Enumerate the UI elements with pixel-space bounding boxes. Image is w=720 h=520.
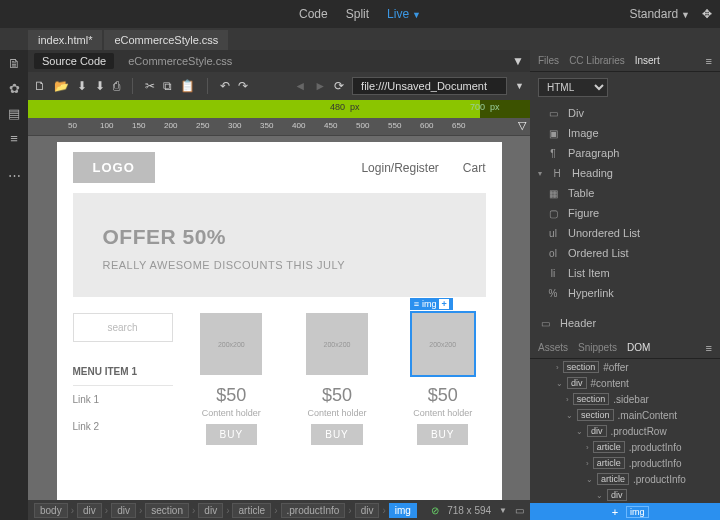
- cut-icon[interactable]: ✂: [145, 79, 155, 93]
- expand-icon[interactable]: ⌄: [556, 379, 563, 388]
- panel-menu-icon[interactable]: ≡: [706, 55, 712, 67]
- expand-icon[interactable]: ›: [586, 459, 589, 468]
- design-canvas[interactable]: LOGO Login/Register Cart OFFER 50% REALL…: [57, 142, 502, 500]
- tab-files[interactable]: Files: [538, 55, 559, 66]
- device-preview-icon[interactable]: ▭: [515, 505, 524, 516]
- crumb[interactable]: body: [34, 503, 68, 518]
- file-icon[interactable]: 🗎: [8, 56, 21, 71]
- insert-item[interactable]: ¶Paragraph: [530, 143, 720, 163]
- expand-icon[interactable]: ⌄: [576, 427, 583, 436]
- insert-type-icon: ol: [546, 248, 560, 259]
- tab-css[interactable]: eCommerceStyle.css: [104, 30, 228, 50]
- dom-node[interactable]: ⌄div: [530, 487, 720, 503]
- tab-cclibraries[interactable]: CC Libraries: [569, 55, 625, 66]
- css-designer-icon[interactable]: ✿: [9, 81, 20, 96]
- expand-icon[interactable]: ⌄: [586, 475, 593, 484]
- workspace-switcher[interactable]: Standard▼: [629, 7, 690, 21]
- insert-item-label: Hyperlink: [568, 287, 614, 299]
- tab-dom[interactable]: DOM: [627, 342, 650, 353]
- buy-button[interactable]: BUY: [417, 424, 469, 445]
- view-split[interactable]: Split: [346, 7, 369, 21]
- copy-icon[interactable]: ⧉: [163, 79, 172, 93]
- element-selector-badge[interactable]: ≡ img +: [410, 298, 453, 310]
- expand-icon[interactable]: ›: [586, 443, 589, 452]
- source-code-button[interactable]: Source Code: [34, 53, 114, 69]
- insert-item[interactable]: ulUnordered List: [530, 223, 720, 243]
- tab-insert[interactable]: Insert: [635, 55, 660, 66]
- dom-node[interactable]: ⌄article.productInfo: [530, 471, 720, 487]
- search-input[interactable]: search: [73, 313, 173, 342]
- dom-node[interactable]: ⌄div#content: [530, 375, 720, 391]
- cart-link[interactable]: Cart: [463, 161, 486, 175]
- quick-insert-icon[interactable]: +: [439, 299, 448, 309]
- crumb[interactable]: div: [77, 503, 102, 518]
- dom-node[interactable]: +img: [530, 503, 720, 520]
- redo-icon[interactable]: ↷: [238, 79, 248, 93]
- tab-snippets[interactable]: Snippets: [578, 342, 617, 353]
- breakpoint-bar[interactable]: 480px 700px: [28, 100, 530, 118]
- insert-item[interactable]: ▾HHeading: [530, 163, 720, 183]
- view-code[interactable]: Code: [299, 7, 328, 21]
- view-live[interactable]: Live▼: [387, 7, 421, 21]
- crumb[interactable]: .productInfo: [281, 503, 346, 518]
- dom-node[interactable]: ⌄div.productRow: [530, 423, 720, 439]
- expand-icon[interactable]: ⌄: [596, 491, 603, 500]
- paste-icon[interactable]: 📋: [180, 79, 195, 93]
- address-dropdown[interactable]: ▼: [515, 81, 524, 91]
- buy-button[interactable]: BUY: [311, 424, 363, 445]
- address-bar[interactable]: file:///Unsaved_Document: [352, 77, 507, 95]
- crumb[interactable]: article: [232, 503, 271, 518]
- product-image-selected[interactable]: ≡ img + 200x200: [412, 313, 474, 375]
- insert-item[interactable]: ▣Image: [530, 123, 720, 143]
- dom-node[interactable]: ›article.productInfo: [530, 439, 720, 455]
- dom-icon[interactable]: ▤: [8, 106, 20, 121]
- insert-item-header[interactable]: ▭Header: [530, 313, 720, 333]
- panel-menu-icon[interactable]: ≡: [706, 342, 712, 354]
- crumb[interactable]: div: [198, 503, 223, 518]
- tab-index[interactable]: index.html*: [28, 30, 102, 50]
- sidebar-menu-item[interactable]: MENU ITEM 1: [73, 358, 173, 386]
- expand-icon[interactable]: ›: [566, 395, 569, 404]
- open-file-icon[interactable]: 📂: [54, 79, 69, 93]
- print-icon[interactable]: ⎙: [113, 79, 120, 93]
- insert-category-select[interactable]: HTML: [538, 78, 608, 97]
- new-file-icon[interactable]: 🗋: [34, 79, 46, 93]
- undo-icon[interactable]: ↶: [220, 79, 230, 93]
- related-file[interactable]: eCommerceStyle.css: [120, 53, 240, 69]
- login-link[interactable]: Login/Register: [361, 161, 438, 175]
- nav-fwd-icon[interactable]: ►: [314, 79, 326, 93]
- buy-button[interactable]: BUY: [206, 424, 258, 445]
- dom-node[interactable]: ›article.productInfo: [530, 455, 720, 471]
- insert-item-label: Paragraph: [568, 147, 619, 159]
- hamburger-icon[interactable]: ≡: [414, 299, 419, 309]
- crumb[interactable]: section: [145, 503, 189, 518]
- dom-node[interactable]: ›section.sidebar: [530, 391, 720, 407]
- sidebar-link[interactable]: Link 2: [73, 413, 173, 440]
- save-icon[interactable]: ⬇: [77, 79, 87, 93]
- insert-item[interactable]: %Hyperlink: [530, 283, 720, 303]
- crumb-active[interactable]: img: [389, 503, 417, 518]
- more-tools-icon[interactable]: ⋯: [8, 168, 21, 183]
- dom-selector: #offer: [603, 362, 628, 373]
- crumb[interactable]: div: [111, 503, 136, 518]
- insert-item[interactable]: olOrdered List: [530, 243, 720, 263]
- dom-node[interactable]: ›section#offer: [530, 359, 720, 375]
- reload-icon[interactable]: ⟳: [334, 79, 344, 93]
- dom-node[interactable]: ⌄section.mainContent: [530, 407, 720, 423]
- sync-icon[interactable]: ✥: [702, 7, 712, 21]
- insert-item[interactable]: ▦Table: [530, 183, 720, 203]
- tab-assets[interactable]: Assets: [538, 342, 568, 353]
- insert-item[interactable]: liList Item: [530, 263, 720, 283]
- filter-icon[interactable]: ▼: [512, 54, 524, 68]
- insert-item[interactable]: ▢Figure: [530, 203, 720, 223]
- nav-back-icon[interactable]: ◄: [294, 79, 306, 93]
- expand-icon[interactable]: ⌄: [566, 411, 573, 420]
- save-all-icon[interactable]: ⬇: [95, 79, 105, 93]
- scrub-handle-icon[interactable]: ▽: [518, 119, 526, 132]
- crumb[interactable]: div: [355, 503, 380, 518]
- insert-before-icon[interactable]: +: [608, 505, 622, 519]
- sidebar-link[interactable]: Link 1: [73, 386, 173, 413]
- insert-item[interactable]: ▭Div: [530, 103, 720, 123]
- assets-icon[interactable]: ≡: [10, 131, 18, 146]
- expand-icon[interactable]: ›: [556, 363, 559, 372]
